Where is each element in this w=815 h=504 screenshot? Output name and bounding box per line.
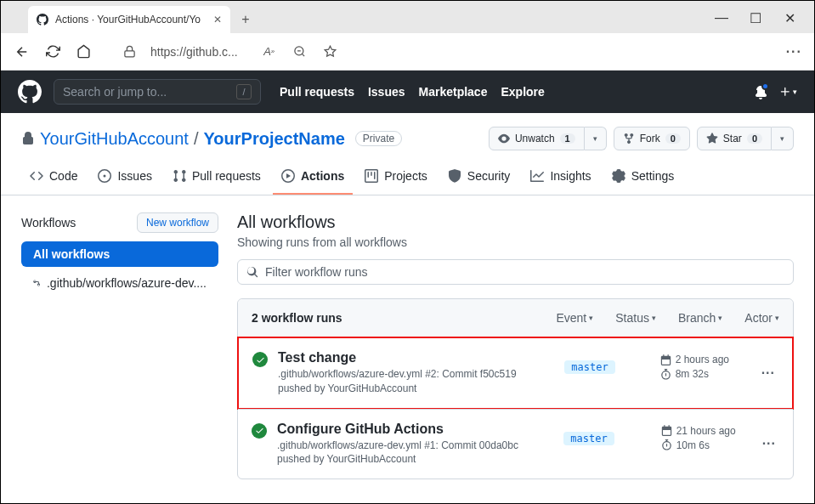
github-favicon — [37, 14, 48, 25]
run-meta: .github/workflows/azure-dev.yml #1: Comm… — [277, 439, 524, 467]
success-icon — [252, 352, 268, 367]
run-menu-icon[interactable]: ··· — [759, 433, 779, 455]
address-bar[interactable]: https://github.c... — [150, 45, 238, 59]
workflow-icon — [33, 277, 40, 289]
sidebar-title: Workflows — [21, 216, 76, 229]
tab-title: Actions · YourGitHubAccount/Yo — [55, 14, 201, 25]
favorite-icon[interactable] — [321, 42, 340, 61]
repo-owner-link[interactable]: YourGitHubAccount — [40, 129, 189, 149]
reader-icon[interactable]: A» — [260, 42, 279, 61]
window-controls: — ☐ ✕ — [712, 10, 814, 33]
calendar-icon — [660, 354, 671, 365]
header-nav: Pull requests Issues Marketplace Explore — [280, 85, 545, 99]
search-placeholder: Search or jump to... — [63, 85, 167, 99]
star-dropdown[interactable]: ▾ — [772, 127, 794, 150]
filter-branch[interactable]: Branch▾ — [678, 311, 722, 325]
workflow-run-row[interactable]: Configure GitHub Actions .github/workflo… — [238, 409, 793, 479]
success-icon — [252, 423, 267, 439]
browser-tab[interactable]: Actions · YourGitHubAccount/Yo ✕ — [28, 6, 230, 33]
sidebar-workflow-item[interactable]: .github/workflows/azure-dev.... — [21, 270, 218, 296]
site-info-icon[interactable] — [120, 42, 139, 61]
tab-pulls[interactable]: Pull requests — [164, 162, 269, 195]
tab-code[interactable]: Code — [21, 162, 86, 195]
nav-pull-requests[interactable]: Pull requests — [280, 85, 354, 99]
page-title: All workflows — [237, 212, 794, 232]
breadcrumb-sep: / — [194, 129, 199, 149]
runs-header: 2 workflow runs Event▾ Status▾ Branch▾ A… — [238, 299, 793, 337]
repo-header: YourGitHubAccount / YourProjectName Priv… — [1, 113, 814, 150]
repo-lock-icon — [21, 132, 35, 145]
main-content: Workflows New workflow All workflows .gi… — [1, 195, 814, 496]
svg-rect-0 — [124, 51, 133, 57]
star-button[interactable]: Star 0 — [697, 127, 772, 150]
nav-explore[interactable]: Explore — [501, 85, 544, 99]
stopwatch-icon — [661, 439, 672, 450]
browser-toolbar: https://github.c... A» ··· — [1, 33, 814, 71]
repo-nav: Code Issues Pull requests Actions Projec… — [1, 162, 814, 195]
nav-marketplace[interactable]: Marketplace — [419, 85, 488, 99]
search-icon — [246, 266, 258, 278]
notifications-icon[interactable] — [754, 84, 767, 99]
tab-settings[interactable]: Settings — [603, 162, 683, 195]
tab-issues[interactable]: Issues — [89, 162, 160, 195]
run-title: Configure GitHub Actions — [277, 422, 524, 437]
zoom-icon[interactable] — [291, 42, 309, 61]
branch-tag[interactable]: master — [564, 360, 614, 374]
tab-projects[interactable]: Projects — [356, 162, 436, 195]
new-workflow-button[interactable]: New workflow — [137, 212, 218, 233]
tab-actions[interactable]: Actions — [273, 162, 353, 195]
workflows-sidebar: Workflows New workflow All workflows .gi… — [21, 212, 218, 479]
content-area: All workflows Showing runs from all work… — [237, 212, 794, 479]
page-subtitle: Showing runs from all workflows — [237, 235, 794, 249]
search-input[interactable]: Search or jump to... / — [54, 79, 261, 105]
maximize-button[interactable]: ☐ — [746, 10, 765, 26]
calendar-icon — [661, 425, 672, 436]
tab-close-icon[interactable]: ✕ — [213, 14, 222, 25]
runs-count: 2 workflow runs — [252, 311, 342, 325]
filter-placeholder: Filter workflow runs — [265, 265, 368, 279]
run-timing: 21 hours ago 10m 6s — [661, 422, 742, 451]
repo-actions: Unwatch 1 ▾ Fork 0 Star 0 ▾ — [489, 127, 794, 150]
filter-event[interactable]: Event▾ — [556, 311, 593, 325]
filter-actor[interactable]: Actor▾ — [744, 311, 779, 325]
tab-security[interactable]: Security — [439, 162, 519, 195]
unwatch-button[interactable]: Unwatch 1 — [489, 127, 585, 150]
run-timing: 2 hours ago 8m 32s — [660, 350, 741, 380]
unwatch-dropdown[interactable]: ▾ — [585, 127, 607, 150]
run-menu-icon[interactable]: ··· — [758, 362, 778, 384]
repo-name-link[interactable]: YourProjectName — [203, 129, 344, 149]
github-logo-icon[interactable] — [18, 80, 42, 104]
more-icon[interactable]: ··· — [786, 44, 802, 59]
workflow-runs-list: 2 workflow runs Event▾ Status▾ Branch▾ A… — [237, 298, 794, 479]
minimize-button[interactable]: — — [712, 10, 731, 26]
close-button[interactable]: ✕ — [780, 10, 799, 26]
sidebar-all-workflows[interactable]: All workflows — [21, 241, 218, 267]
filter-input[interactable]: Filter workflow runs — [237, 259, 794, 285]
run-title: Test change — [278, 350, 524, 365]
tab-insights[interactable]: Insights — [522, 162, 599, 195]
filter-status[interactable]: Status▾ — [615, 311, 656, 325]
new-tab-button[interactable]: + — [234, 8, 258, 31]
run-meta: .github/workflows/azure-dev.yml #2: Comm… — [278, 367, 524, 396]
home-button[interactable] — [74, 42, 93, 61]
fork-button[interactable]: Fork 0 — [614, 127, 690, 150]
github-header: Search or jump to... / Pull requests Iss… — [1, 71, 814, 113]
branch-tag[interactable]: master — [563, 432, 614, 445]
browser-tab-strip: Actions · YourGitHubAccount/Yo ✕ + — ☐ ✕ — [1, 1, 814, 33]
breadcrumb: YourGitHubAccount / YourProjectName Priv… — [21, 129, 402, 149]
refresh-button[interactable] — [43, 42, 62, 61]
back-button[interactable] — [13, 42, 31, 61]
notification-dot — [761, 82, 769, 90]
workflow-run-row[interactable]: Test change .github/workflows/azure-dev.… — [237, 337, 794, 410]
create-new-dropdown[interactable]: ▾ — [779, 86, 797, 98]
nav-issues[interactable]: Issues — [368, 85, 405, 99]
visibility-badge: Private — [355, 131, 402, 146]
slash-icon: / — [236, 84, 252, 99]
stopwatch-icon — [660, 369, 671, 380]
